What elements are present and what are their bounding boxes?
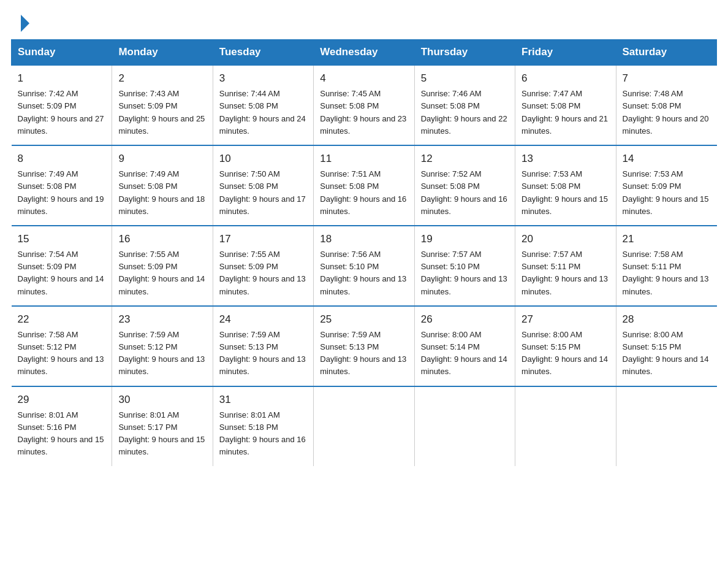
day-number: 3 (219, 71, 307, 86)
day-number: 14 (623, 151, 711, 167)
calendar-cell: 13Sunrise: 7:53 AMSunset: 5:08 PMDayligh… (515, 145, 616, 226)
daylight-text: Daylight: 9 hours and 16 minutes. (219, 435, 306, 456)
sunset-text: Sunset: 5:09 PM (219, 262, 278, 271)
calendar-cell: 26Sunrise: 8:00 AMSunset: 5:14 PMDayligh… (414, 306, 515, 386)
day-number: 6 (521, 71, 609, 86)
daylight-text: Daylight: 9 hours and 18 minutes. (118, 194, 205, 216)
daylight-text: Daylight: 9 hours and 15 minutes. (118, 435, 205, 456)
day-header-monday: Monday (112, 40, 213, 66)
sunset-text: Sunset: 5:15 PM (521, 342, 580, 351)
daylight-text: Daylight: 9 hours and 15 minutes. (623, 194, 709, 216)
daylight-text: Daylight: 9 hours and 16 minutes. (320, 194, 406, 216)
day-number: 23 (118, 312, 206, 327)
sunrise-text: Sunrise: 7:55 AM (219, 250, 280, 259)
sunrise-text: Sunrise: 7:55 AM (118, 250, 179, 259)
calendar-cell: 11Sunrise: 7:51 AMSunset: 5:08 PMDayligh… (314, 145, 414, 226)
sunset-text: Sunset: 5:08 PM (118, 182, 177, 191)
sunrise-text: Sunrise: 7:54 AM (18, 250, 78, 259)
day-number: 19 (421, 231, 509, 247)
calendar-cell: 4Sunrise: 7:45 AMSunset: 5:08 PMDaylight… (314, 65, 414, 145)
daylight-text: Daylight: 9 hours and 13 minutes. (219, 354, 306, 376)
sunrise-text: Sunrise: 7:49 AM (118, 169, 179, 178)
sunrise-text: Sunrise: 7:49 AM (18, 169, 78, 178)
daylight-text: Daylight: 9 hours and 17 minutes. (219, 194, 306, 216)
daylight-text: Daylight: 9 hours and 24 minutes. (219, 114, 306, 136)
sunset-text: Sunset: 5:18 PM (219, 423, 278, 432)
day-number: 5 (421, 71, 509, 86)
sunrise-text: Sunrise: 8:00 AM (623, 330, 683, 339)
calendar-cell: 20Sunrise: 7:57 AMSunset: 5:11 PMDayligh… (515, 226, 616, 306)
calendar-cell: 15Sunrise: 7:54 AMSunset: 5:09 PMDayligh… (12, 226, 112, 306)
calendar-cell (515, 386, 616, 466)
calendar-cell: 2Sunrise: 7:43 AMSunset: 5:09 PMDaylight… (112, 65, 213, 145)
sunset-text: Sunset: 5:14 PM (421, 342, 480, 351)
sunset-text: Sunset: 5:11 PM (623, 262, 681, 271)
sunset-text: Sunset: 5:10 PM (421, 262, 480, 271)
calendar-cell: 5Sunrise: 7:46 AMSunset: 5:08 PMDaylight… (414, 65, 515, 145)
calendar-cell: 7Sunrise: 7:48 AMSunset: 5:08 PMDaylight… (616, 65, 716, 145)
sunset-text: Sunset: 5:09 PM (623, 182, 681, 191)
calendar-cell: 6Sunrise: 7:47 AMSunset: 5:08 PMDaylight… (515, 65, 616, 145)
sunrise-text: Sunrise: 7:59 AM (219, 330, 280, 339)
sunset-text: Sunset: 5:08 PM (421, 101, 480, 110)
sunrise-text: Sunrise: 7:57 AM (521, 250, 582, 259)
day-header-sunday: Sunday (12, 40, 112, 66)
day-number: 24 (219, 312, 307, 327)
sunset-text: Sunset: 5:08 PM (219, 101, 278, 110)
day-number: 7 (623, 71, 711, 86)
sunset-text: Sunset: 5:09 PM (18, 262, 77, 271)
daylight-text: Daylight: 9 hours and 21 minutes. (521, 114, 608, 136)
sunrise-text: Sunrise: 7:53 AM (623, 169, 683, 178)
calendar-cell: 25Sunrise: 7:59 AMSunset: 5:13 PMDayligh… (314, 306, 414, 386)
sunrise-text: Sunrise: 7:53 AM (521, 169, 582, 178)
sunrise-text: Sunrise: 7:43 AM (118, 89, 179, 98)
sunset-text: Sunset: 5:09 PM (118, 262, 177, 271)
sunrise-text: Sunrise: 7:46 AM (421, 89, 482, 98)
sunrise-text: Sunrise: 8:01 AM (118, 410, 179, 419)
calendar-week-row: 29Sunrise: 8:01 AMSunset: 5:16 PMDayligh… (12, 386, 717, 466)
daylight-text: Daylight: 9 hours and 13 minutes. (18, 354, 104, 376)
day-number: 11 (320, 151, 408, 167)
day-number: 18 (320, 231, 408, 247)
daylight-text: Daylight: 9 hours and 13 minutes. (320, 354, 406, 376)
sunset-text: Sunset: 5:12 PM (118, 342, 177, 351)
day-number: 30 (118, 392, 206, 408)
sunset-text: Sunset: 5:13 PM (320, 342, 379, 351)
logo-arrow-icon (21, 15, 29, 32)
calendar-cell: 19Sunrise: 7:57 AMSunset: 5:10 PMDayligh… (414, 226, 515, 306)
calendar: SundayMondayTuesdayWednesdayThursdayFrid… (0, 39, 728, 477)
calendar-cell: 17Sunrise: 7:55 AMSunset: 5:09 PMDayligh… (213, 226, 313, 306)
day-number: 1 (18, 71, 106, 86)
logo-general (20, 15, 29, 32)
calendar-cell: 30Sunrise: 8:01 AMSunset: 5:17 PMDayligh… (112, 386, 213, 466)
daylight-text: Daylight: 9 hours and 23 minutes. (320, 114, 406, 136)
sunset-text: Sunset: 5:11 PM (521, 262, 580, 271)
calendar-cell: 3Sunrise: 7:44 AMSunset: 5:08 PMDaylight… (213, 65, 313, 145)
sunrise-text: Sunrise: 8:00 AM (421, 330, 482, 339)
day-number: 22 (18, 312, 106, 327)
page-header (0, 0, 728, 39)
sunrise-text: Sunrise: 7:52 AM (421, 169, 482, 178)
day-number: 31 (219, 392, 307, 408)
day-number: 27 (521, 312, 609, 327)
calendar-header-row: SundayMondayTuesdayWednesdayThursdayFrid… (12, 40, 717, 66)
sunrise-text: Sunrise: 7:42 AM (18, 89, 78, 98)
sunset-text: Sunset: 5:08 PM (18, 182, 77, 191)
calendar-cell: 27Sunrise: 8:00 AMSunset: 5:15 PMDayligh… (515, 306, 616, 386)
calendar-week-row: 8Sunrise: 7:49 AMSunset: 5:08 PMDaylight… (12, 145, 717, 226)
sunrise-text: Sunrise: 7:44 AM (219, 89, 280, 98)
calendar-cell: 24Sunrise: 7:59 AMSunset: 5:13 PMDayligh… (213, 306, 313, 386)
logo (20, 15, 29, 29)
day-number: 16 (118, 231, 206, 247)
sunrise-text: Sunrise: 7:59 AM (320, 330, 381, 339)
sunrise-text: Sunrise: 7:48 AM (623, 89, 683, 98)
day-number: 21 (623, 231, 711, 247)
day-number: 13 (521, 151, 609, 167)
calendar-cell: 21Sunrise: 7:58 AMSunset: 5:11 PMDayligh… (616, 226, 716, 306)
day-number: 28 (623, 312, 711, 327)
calendar-cell: 9Sunrise: 7:49 AMSunset: 5:08 PMDaylight… (112, 145, 213, 226)
daylight-text: Daylight: 9 hours and 16 minutes. (421, 194, 507, 216)
calendar-cell: 16Sunrise: 7:55 AMSunset: 5:09 PMDayligh… (112, 226, 213, 306)
sunrise-text: Sunrise: 7:57 AM (421, 250, 482, 259)
sunrise-text: Sunrise: 7:58 AM (623, 250, 683, 259)
